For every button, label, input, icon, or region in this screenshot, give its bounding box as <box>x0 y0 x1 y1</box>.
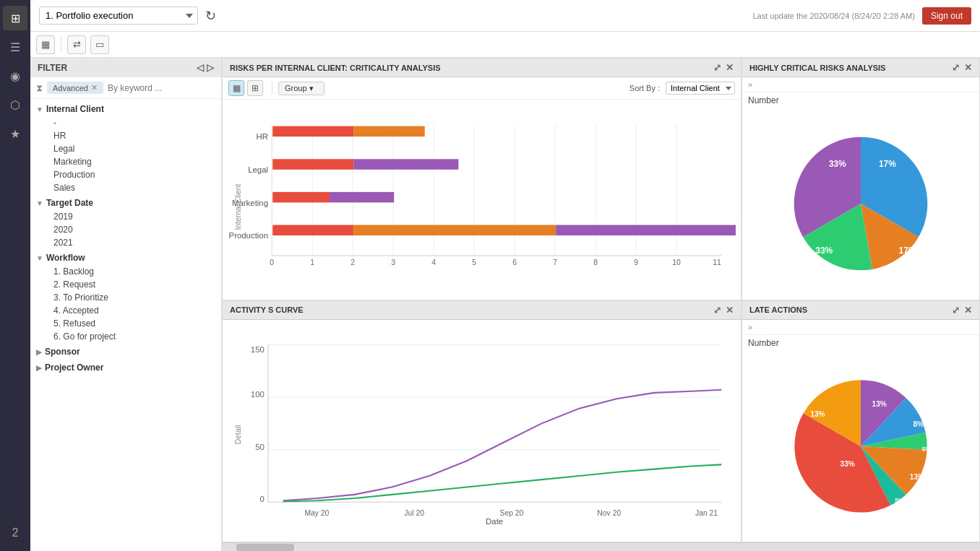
tree-group-project-owner: ▶ Project Owner <box>30 360 221 375</box>
tree-group-target-date: ▼ Target Date 2019 2020 2021 <box>30 196 221 249</box>
refresh-button[interactable]: ↻ <box>205 8 216 24</box>
grouped-view-icon[interactable]: ⊞ <box>247 80 263 96</box>
risks-chart-body: HR Legal Marketing Production Internal C… <box>223 100 741 300</box>
close-icon[interactable]: ✕ <box>964 62 972 73</box>
internal-client-toggle[interactable]: ▼ Internal Client <box>30 102 221 116</box>
hc-expand-arrows[interactable]: » <box>748 80 752 89</box>
ic-item-hr[interactable]: HR <box>48 129 221 142</box>
filter-tree: ▼ Internal Client - HR Legal Marketing P… <box>30 99 221 379</box>
ic-item-sales[interactable]: Sales <box>48 181 221 194</box>
svg-text:8: 8 <box>593 259 598 266</box>
collapse-left-icon[interactable]: ◁ <box>197 62 204 73</box>
svg-text:100: 100 <box>251 390 265 399</box>
expand-icon[interactable]: ⤢ <box>952 62 960 73</box>
wf-item-go-for-project[interactable]: 6. Go for project <box>48 330 221 343</box>
svg-text:17%: 17% <box>879 159 896 169</box>
bottom-scrollbar[interactable] <box>222 542 980 551</box>
ic-item-dash[interactable]: - <box>48 116 221 129</box>
close-icon[interactable]: ✕ <box>964 305 972 316</box>
nav-number-icon[interactable]: 2 <box>3 521 27 545</box>
collapse-right-icon[interactable]: ▷ <box>207 62 214 73</box>
risks-chart-header: RISKS PER INTERNAL CLIENT: CRITICALITY A… <box>223 58 741 77</box>
svg-rect-35 <box>272 225 353 236</box>
top-bar: 1. Portfolio execution ↻ Last update the… <box>30 0 980 32</box>
toggle-icon: ▼ <box>36 105 43 113</box>
charts-grid: RISKS PER INTERNAL CLIENT: CRITICALITY A… <box>222 58 980 542</box>
wf-item-accepted[interactable]: 4. Accepted <box>48 304 221 317</box>
expand-icon[interactable]: ⤢ <box>952 305 960 316</box>
highly-critical-header: HIGHLY CRITICAL RISKS ANALYSIS ⤢ ✕ <box>742 58 979 77</box>
wf-item-backlog[interactable]: 1. Backlog <box>48 265 221 278</box>
advanced-label: Advanced <box>53 84 88 92</box>
nav-home-icon[interactable]: ⊞ <box>3 6 27 30</box>
advanced-filter-tag: Advanced ✕ <box>47 82 103 94</box>
portfolio-select[interactable]: 1. Portfolio execution <box>39 6 198 25</box>
svg-text:6: 6 <box>512 259 517 266</box>
scroll-thumb[interactable] <box>236 544 294 551</box>
sponsor-label: Sponsor <box>45 347 80 357</box>
expand-icon[interactable]: ⤢ <box>713 305 721 316</box>
workflow-label: Workflow <box>46 253 85 263</box>
tablet-icon[interactable]: ▭ <box>90 35 109 54</box>
target-date-toggle[interactable]: ▼ Target Date <box>30 196 221 210</box>
project-owner-label: Project Owner <box>45 363 103 373</box>
right-charts-area: RISKS PER INTERNAL CLIENT: CRITICALITY A… <box>222 58 980 551</box>
chart-icon[interactable]: ▦ <box>36 35 55 54</box>
swap-icon[interactable]: ⇄ <box>67 35 86 54</box>
left-navigation: ⊞ ☰ ◉ ⬡ ★ 2 <box>0 0 30 551</box>
risks-chart-title: RISKS PER INTERNAL CLIENT: CRITICALITY A… <box>230 64 441 72</box>
wf-item-prioritize[interactable]: 3. To Prioritize <box>48 291 221 304</box>
svg-text:0: 0 <box>259 495 264 503</box>
svg-rect-31 <box>272 159 353 170</box>
remove-filter-icon[interactable]: ✕ <box>91 83 98 92</box>
project-owner-toggle[interactable]: ▶ Project Owner <box>30 360 221 375</box>
risks-header-icons: ⤢ ✕ <box>713 62 734 73</box>
sponsor-toggle[interactable]: ▶ Sponsor <box>30 344 221 359</box>
ic-item-marketing[interactable]: Marketing <box>48 155 221 168</box>
bar-view-icon[interactable]: ▦ <box>228 80 244 96</box>
td-item-2020[interactable]: 2020 <box>48 223 221 236</box>
filter-funnel-icon: ⧗ <box>36 82 43 94</box>
svg-rect-29 <box>272 126 353 137</box>
sign-out-button[interactable]: Sign out <box>922 7 971 25</box>
svg-text:Jul 20: Jul 20 <box>404 508 424 516</box>
svg-rect-32 <box>353 159 458 170</box>
close-icon[interactable]: ✕ <box>726 305 734 316</box>
workflow-toggle[interactable]: ▼ Workflow <box>30 251 221 265</box>
close-icon[interactable]: ✕ <box>726 62 734 73</box>
risks-legend: High Criticality Medium Criticality Low … <box>227 298 736 300</box>
nav-target-icon[interactable]: ◉ <box>3 64 27 88</box>
nav-star-icon[interactable]: ★ <box>3 121 27 146</box>
chart-view-icons: ▦ ⊞ <box>228 80 263 96</box>
tool-bar: ▦ ⇄ ▭ <box>30 32 980 58</box>
target-date-children: 2019 2020 2021 <box>30 210 221 249</box>
svg-text:Internal Client: Internal Client <box>234 184 242 230</box>
svg-text:HR: HR <box>257 132 268 141</box>
nav-hex-icon[interactable]: ⬡ <box>3 92 27 117</box>
nav-list-icon[interactable]: ☰ <box>3 35 27 59</box>
highly-critical-panel: HIGHLY CRITICAL RISKS ANALYSIS ⤢ ✕ » Num… <box>742 58 980 300</box>
expand-icon[interactable]: ⤢ <box>713 62 721 73</box>
svg-text:Date: Date <box>486 517 503 526</box>
ic-item-production[interactable]: Production <box>48 168 221 181</box>
group-button[interactable]: Group ▾ <box>278 82 324 95</box>
svg-text:Detail: Detail <box>234 425 242 444</box>
risks-bar-chart-svg: HR Legal Marketing Production Internal C… <box>227 104 736 295</box>
la-expand-arrows[interactable]: » <box>748 323 752 331</box>
svg-text:33%: 33% <box>815 246 833 256</box>
activity-curve-title: ACTIVITY S CURVE <box>230 305 304 314</box>
td-item-2021[interactable]: 2021 <box>48 236 221 249</box>
svg-text:Sep 20: Sep 20 <box>500 508 524 516</box>
sort-by-select[interactable]: Internal Client <box>666 82 735 95</box>
ic-item-legal[interactable]: Legal <box>48 142 221 155</box>
la-chart-body: 13% 8% 5% 13% 5% 33% 13% <box>742 351 979 542</box>
svg-text:1: 1 <box>310 259 314 266</box>
activity-curve-body: 0 50 100 150 Detail May 20 Jul 20 Sep 20… <box>223 320 741 542</box>
wf-item-request[interactable]: 2. Request <box>48 278 221 291</box>
svg-text:17%: 17% <box>899 246 916 256</box>
toggle-icon: ▼ <box>36 254 43 262</box>
td-item-2019[interactable]: 2019 <box>48 210 221 223</box>
keyword-search-input[interactable] <box>108 83 216 93</box>
wf-item-refused[interactable]: 5. Refused <box>48 317 221 330</box>
hc-number-label: Number <box>742 92 979 108</box>
